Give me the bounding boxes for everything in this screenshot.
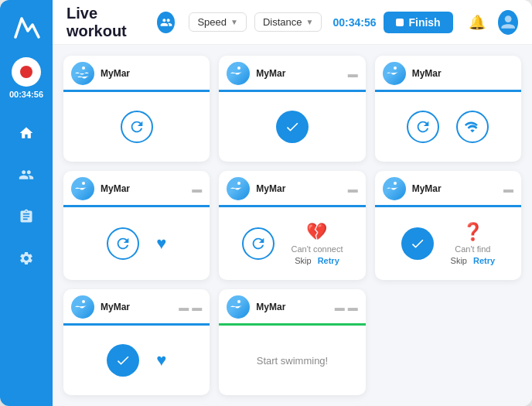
workout-card-4: MyMar ▬ ♥ — [63, 171, 210, 280]
cant-connect-text-5: Can't connect — [292, 244, 343, 254]
card-avatar-2 — [227, 62, 250, 85]
rotate-icon-5[interactable] — [242, 227, 275, 260]
card-name-3: MyMar — [412, 68, 513, 79]
speed-arrow-icon: ▼ — [230, 18, 238, 26]
user-avatar[interactable] — [498, 10, 518, 35]
rotate-icon-3[interactable] — [407, 111, 439, 143]
finish-button[interactable]: Finish — [384, 12, 452, 33]
workout-card-2: MyMar ▬ — [219, 56, 365, 162]
workout-card-6: MyMar ▬ ❓ Can't find Skip Re — [375, 171, 521, 280]
card-header-2: MyMar ▬ — [219, 56, 365, 90]
skip-button-5[interactable]: Skip — [295, 256, 311, 265]
card-body-8: Start swimming! — [219, 326, 365, 395]
card-icons-6: ▬ — [503, 183, 513, 195]
card-avatar-4 — [71, 177, 94, 200]
speed-label: Speed — [197, 16, 227, 28]
svg-point-0 — [504, 15, 511, 22]
start-swimming-text: Start swimming! — [257, 355, 328, 367]
card-header-7: MyMar ▬ ▬ — [63, 289, 210, 323]
check-icon-7[interactable] — [107, 344, 139, 377]
main-content: Live workout Speed ▼ Distance ▼ 00:34:56… — [53, 0, 532, 406]
workout-grid: MyMar MyMar — [53, 45, 532, 406]
retry-button-6[interactable]: Retry — [473, 256, 495, 265]
retry-button-5[interactable]: Retry — [318, 256, 339, 265]
question-icon-6: ❓ — [462, 222, 483, 242]
sidebar-item-home[interactable] — [14, 121, 39, 145]
header: Live workout Speed ▼ Distance ▼ 00:34:56… — [53, 0, 532, 45]
card-avatar-5 — [227, 177, 250, 200]
sidebar-nav — [14, 121, 39, 271]
finish-label: Finish — [408, 16, 440, 29]
card-icons-5: ▬ — [348, 183, 358, 195]
card-avatar-8 — [227, 295, 250, 319]
heart-red-icon-5: 💔 — [306, 222, 327, 242]
card-name-8: MyMar — [256, 302, 328, 312]
distance-label: Distance — [263, 16, 302, 28]
rotate-icon-1[interactable] — [121, 111, 153, 143]
cant-connect-actions-5: Skip Retry — [295, 256, 339, 265]
card-body-5: 💔 Can't connect Skip Retry — [219, 207, 365, 280]
header-timer: 00:34:56 — [332, 16, 376, 29]
card-status-icon-6: ▬ — [503, 183, 513, 195]
card-status-icon-8a: ▬ — [335, 302, 345, 313]
speed-dropdown[interactable]: Speed ▼ — [189, 12, 247, 32]
card-avatar-1 — [71, 62, 94, 85]
workout-card-1: MyMar — [63, 56, 210, 162]
card-avatar-3 — [383, 62, 406, 85]
card-status-icon-8b: ▬ — [348, 302, 358, 313]
users-button[interactable] — [157, 12, 175, 33]
card-avatar-6 — [383, 177, 406, 200]
card-icons-4: ▬ — [192, 183, 202, 195]
sidebar-item-users[interactable] — [14, 162, 39, 187]
heartrate-icon-3[interactable] — [456, 111, 489, 143]
skip-button-6[interactable]: Skip — [451, 256, 467, 265]
bell-icon[interactable]: 🔔 — [469, 14, 486, 31]
sidebar-item-clipboard[interactable] — [14, 204, 39, 229]
card-avatar-7 — [71, 295, 94, 319]
card-status-icon-7a: ▬ — [179, 302, 189, 313]
card-name-5: MyMar — [256, 183, 341, 194]
card-header-4: MyMar ▬ — [63, 171, 210, 205]
check-icon-6[interactable] — [401, 227, 434, 260]
check-icon-2[interactable] — [276, 111, 309, 143]
record-dot — [20, 66, 32, 78]
distance-dropdown[interactable]: Distance ▼ — [254, 12, 322, 32]
card-body-1 — [63, 92, 210, 162]
record-button[interactable] — [12, 57, 41, 87]
heart-blue-icon-4: ♥ — [156, 234, 166, 254]
workout-card-8: MyMar ▬ ▬ Start swimming! — [219, 289, 365, 395]
card-body-3 — [375, 92, 521, 162]
card-name-4: MyMar — [101, 183, 186, 194]
card-body-4: ♥ — [63, 207, 210, 280]
rotate-icon-4[interactable] — [107, 227, 139, 260]
heart-blue-icon-7: ♥ — [156, 350, 166, 370]
app-logo — [9, 9, 43, 43]
card-status-icon-7b: ▬ — [192, 302, 202, 313]
workout-card-7: MyMar ▬ ▬ ♥ — [63, 289, 210, 395]
card-header-8: MyMar ▬ ▬ — [219, 289, 365, 323]
page-title: Live workout — [66, 5, 145, 40]
card-status-icon-2: ▬ — [348, 68, 358, 80]
card-icons-7: ▬ ▬ — [179, 302, 202, 313]
card-header-3: MyMar — [375, 56, 521, 90]
distance-arrow-icon: ▼ — [306, 18, 314, 26]
card-body-6: ❓ Can't find Skip Retry — [375, 207, 521, 280]
card-header-6: MyMar ▬ — [375, 171, 521, 205]
card-body-7: ♥ — [63, 326, 210, 395]
card-header-1: MyMar — [63, 56, 210, 90]
workout-card-5: MyMar ▬ 💔 Can't connect Skip — [219, 171, 365, 280]
card-icons-2: ▬ — [348, 68, 358, 80]
stop-icon — [396, 19, 404, 26]
card-header-5: MyMar ▬ — [219, 171, 365, 205]
sidebar-timer: 00:34:56 — [9, 90, 43, 99]
card-icons-8: ▬ ▬ — [335, 302, 358, 313]
card-name-6: MyMar — [412, 183, 497, 194]
cant-connect-block-5: 💔 Can't connect Skip Retry — [292, 222, 343, 265]
sidebar-item-settings[interactable] — [14, 246, 39, 271]
card-body-2 — [219, 92, 365, 162]
card-name-1: MyMar — [101, 68, 202, 79]
card-name-7: MyMar — [101, 302, 172, 312]
card-status-icon-5: ▬ — [348, 183, 358, 195]
card-name-2: MyMar — [256, 68, 341, 79]
sidebar: 00:34:56 — [0, 0, 53, 406]
